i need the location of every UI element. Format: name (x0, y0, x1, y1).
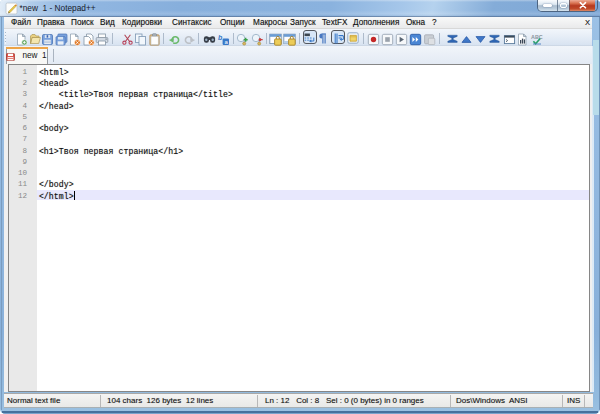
svg-text:b: b (218, 33, 223, 40)
svg-text:ABC: ABC (531, 33, 543, 39)
